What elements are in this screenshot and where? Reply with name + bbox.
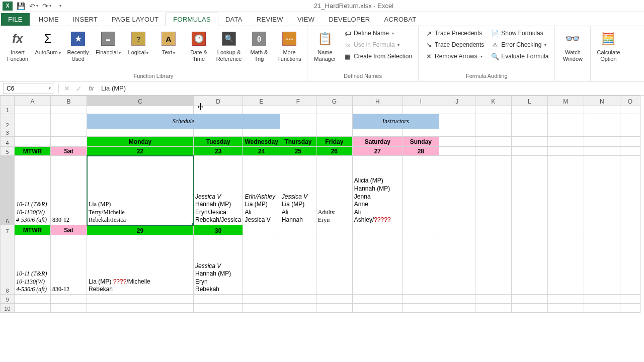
remove-arrows-button[interactable]: ✕Remove Arrows▾ [423,51,486,61]
row-header[interactable]: 2 [1,114,15,129]
tab-home[interactable]: HOME [32,13,66,26]
cell[interactable]: 25 [280,147,316,156]
cell[interactable]: 10-11 (T&R) 10-1130(W) 4-530/6 (aft) [15,156,51,225]
column-header[interactable]: H [352,96,403,106]
undo-icon[interactable]: ↶▾ [28,1,39,11]
row-header[interactable]: 4 [1,137,15,147]
cell[interactable]: Wednesday [243,137,280,147]
cell[interactable]: 24 [243,147,280,156]
redo-icon[interactable]: ↷▾ [41,1,52,11]
row-header[interactable]: 1 [1,106,15,114]
insert-function-button[interactable]: fx Insert Function [4,28,31,63]
cell[interactable]: Lia (MP) ????/Michelle Rebekah [87,235,194,295]
cell[interactable]: Sunday [403,137,439,147]
tab-insert[interactable]: INSERT [66,13,105,26]
cell[interactable]: MTWR [15,225,51,235]
cell[interactable]: Alicia (MP) Hannah (MP) Jenna Anne Ali A… [352,156,403,225]
create-from-selection-button[interactable]: ▦Create from Selection [342,51,414,61]
cell[interactable]: Erin/AshleyLia (MP) Ali Jessica V [243,156,280,225]
cell[interactable]: 830-12 [51,235,87,295]
cell[interactable]: 26 [316,147,352,156]
column-header[interactable]: C [87,96,194,106]
show-formulas-button[interactable]: 📄Show Formulas [489,28,550,38]
column-header[interactable]: N [584,96,620,106]
cell[interactable]: Saturday [352,137,403,147]
cell[interactable]: 23 [194,147,243,156]
schedule-title[interactable]: Schedule [87,114,280,129]
cell[interactable]: Jessica VHannah (MP) Eryn/Jesica Rebekah… [194,156,243,225]
select-all-corner[interactable] [1,96,15,106]
cell[interactable]: 830-12 [51,156,87,225]
trace-precedents-button[interactable]: ↗Trace Precedents [423,28,486,38]
row-header[interactable]: 9 [1,295,15,304]
column-header[interactable]: J [439,96,475,106]
tab-developer[interactable]: DEVELOPER [321,13,377,26]
define-name-button[interactable]: 🏷Define Name▾ [342,28,414,38]
column-header[interactable]: E [243,96,280,106]
recently-used-button[interactable]: ★ Recently Used [64,28,92,63]
selected-cell[interactable]: Lia (MP) Terry/Michelle Rebekah/Jesica [87,156,194,225]
financial-button[interactable]: ≡ Financial▾ [95,28,122,57]
trace-dependents-button[interactable]: ↘Trace Dependents [423,40,486,50]
row-header[interactable]: 7 [1,225,15,235]
name-box[interactable]: C6 ▾ [3,83,53,94]
calculate-options-button[interactable]: 🧮 Calculate Option [595,28,622,63]
row-header[interactable]: 3 [1,129,15,137]
tab-review[interactable]: REVIEW [250,13,290,26]
column-header[interactable]: F [280,96,316,106]
cell[interactable]: Jessica VLia (MP) Ali Hannah [280,156,316,225]
cell[interactable]: Monday [87,137,194,147]
column-header[interactable]: G [316,96,352,106]
formula-input[interactable]: Lia (MP) [97,84,644,92]
cell[interactable]: Friday [316,137,352,147]
text-button[interactable]: A Text▾ [155,28,182,57]
cell[interactable]: 30 [194,225,243,235]
spreadsheet-grid[interactable]: ABCDEFGHIJKLMNO 1 2 Schedule Instructors… [0,96,640,313]
cell[interactable]: Sat [51,225,87,235]
insert-function-fx-icon[interactable]: fx [85,83,97,94]
qat-customize-icon[interactable]: ▾ [54,1,65,11]
cell[interactable]: Jessica VHannah (MP) Eryn Rebekah [194,235,243,295]
cell[interactable]: 29 [87,225,194,235]
column-header[interactable]: A [15,96,51,106]
autosum-button[interactable]: Σ AutoSum▾ [34,28,61,57]
cell[interactable]: 22 [87,147,194,156]
row-header[interactable]: 10 [1,304,15,313]
more-functions-button[interactable]: ⋯ More Functions [276,28,303,63]
tab-view[interactable]: VIEW [290,13,321,26]
evaluate-formula-button[interactable]: 🔍Evaluate Formula [489,51,550,61]
tab-data[interactable]: DATA [218,13,250,26]
date-time-button[interactable]: 🕐 Date & Time [185,28,212,63]
row-header[interactable]: 8 [1,235,15,295]
column-header[interactable]: L [511,96,547,106]
watch-icon: 👓 [563,29,582,48]
column-header[interactable]: M [547,96,584,106]
tab-acrobat[interactable]: ACROBAT [377,13,424,26]
name-box-dropdown-icon[interactable]: ▾ [49,86,51,90]
cell[interactable]: Tuesday [194,137,243,147]
column-header[interactable]: K [475,96,511,106]
cell[interactable]: Adults: Eryn [316,156,352,225]
cell[interactable]: Sat [51,147,87,156]
watch-window-button[interactable]: 👓 Watch Window [559,28,586,63]
instructors-title[interactable]: Instructors [352,114,439,129]
cell[interactable]: MTWR [15,147,51,156]
math-trig-button[interactable]: θ Math & Trig [246,28,273,63]
error-checking-button[interactable]: ⚠Error Checking▾ [489,40,550,50]
column-header[interactable]: O [620,96,640,106]
lookup-reference-button[interactable]: 🔍 Lookup & Reference [215,28,243,63]
cell[interactable]: Thursday [280,137,316,147]
name-manager-button[interactable]: 📋 Name Manager [311,28,339,63]
save-icon[interactable]: 💾 [15,1,26,11]
column-header[interactable]: B [51,96,87,106]
tab-page-layout[interactable]: PAGE LAYOUT [105,13,166,26]
row-header[interactable]: 5 [1,147,15,156]
column-header[interactable]: I [403,96,439,106]
logical-button[interactable]: ? Logical▾ [125,28,152,57]
tab-formulas[interactable]: FORMULAS [166,13,218,26]
cell[interactable]: 27 [352,147,403,156]
row-header[interactable]: 6 [1,156,15,225]
cell[interactable]: 10-11 (T&R) 10-1130(W) 4-530/6 (aft) [15,235,51,295]
tab-file[interactable]: FILE [1,13,30,26]
cell[interactable]: 28 [403,147,439,156]
